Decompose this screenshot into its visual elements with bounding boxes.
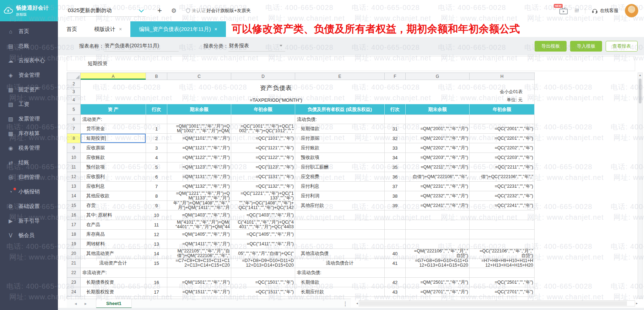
close-icon[interactable]: × <box>214 26 217 32</box>
cell-D17[interactable]: C("4101","","年","月")+QC("4 401","","年","… <box>231 220 295 230</box>
add-account-button[interactable]: + <box>155 6 164 15</box>
sheet-title[interactable]: 资产负债表 <box>167 80 385 96</box>
cell-D15[interactable]: "","年")+QC("1408","","年")+ QC("1411","",… <box>231 201 295 210</box>
cell-D21[interactable]: =D7+D8+D9+D10+D11+D 12+D13+D14+D15+D20 <box>231 258 295 268</box>
cell-E18[interactable] <box>295 230 385 239</box>
horizontal-scroll-thumb[interactable] <box>359 301 627 306</box>
cell-C21[interactable]: =C7+C8+C9+C10+C11+C1 2+C13+C14+C15+C20 <box>167 258 231 268</box>
cell-E12[interactable]: 应交税费 <box>295 172 385 182</box>
cell-G10[interactable]: =QM("2203","","年","月") <box>406 153 470 162</box>
row-header-18[interactable]: 18 <box>67 230 81 239</box>
cell-H8[interactable]: =QC("2201","","年") <box>470 134 535 143</box>
cell-G6[interactable] <box>406 115 470 124</box>
cell-B16[interactable]: 10 <box>146 210 167 220</box>
cell-G21[interactable]: =G7+G8+G9+G10+G11+G 12+G13+G14+G15+G20 <box>406 258 470 268</box>
cell-C24[interactable]: =QM("1511","","年","月") <box>167 287 231 297</box>
cell-D22[interactable] <box>231 268 295 278</box>
cell-C6[interactable] <box>167 115 231 124</box>
cell-F10[interactable]: 34 <box>385 153 406 162</box>
cell-G19[interactable] <box>406 239 470 249</box>
cell-A23[interactable]: 长期债券投资 <box>81 278 146 287</box>
sidebar-item-云报表中心[interactable]: ☁云报表中心 <box>0 53 58 68</box>
cell-E13[interactable]: 应付利息 <box>295 182 385 191</box>
sheet-tab[interactable]: Sheet1 <box>96 299 132 308</box>
sidebar-item-固定资产[interactable]: ▦固定资产 <box>0 82 58 97</box>
scroll-up-icon[interactable]: ▲ <box>638 73 642 78</box>
period-formula[interactable]: =TAXPERIOD("MONTH") <box>167 96 385 104</box>
sidebar-item-小畅报销[interactable]: ◔小畅报销 <box>0 185 58 199</box>
cell-F19[interactable] <box>385 239 406 249</box>
cell-H16[interactable] <box>470 210 535 220</box>
account-selector[interactable]: 0325更新勿删勿动 <box>68 5 146 17</box>
table-header-E5[interactable]: 负债及所有者权益 (或股东权益) <box>295 104 385 115</box>
cell-E9[interactable]: 应付账款 <box>295 143 385 153</box>
cell-A6[interactable]: 流动资产: <box>81 115 146 124</box>
cell-G7[interactable]: =QM("2001","","年","月") <box>406 124 470 134</box>
cell-B8[interactable]: 2 <box>146 134 167 143</box>
cell-F13[interactable]: 37 <box>385 182 406 191</box>
vertical-scrollbar[interactable]: ▲ <box>638 73 643 299</box>
announcement-icon[interactable]: ☰! <box>574 8 579 13</box>
cell-C11[interactable]: =QM("1123","","年","月") <box>167 162 231 172</box>
cell-C15[interactable]: 年","月")+QM("1408","","年"," 月")+QM("1411"… <box>167 201 231 210</box>
cell-H13[interactable]: =QC("2231","","年") <box>470 182 535 191</box>
online-service-button[interactable]: 在线客服 <box>592 7 618 14</box>
cell-B15[interactable]: 9 <box>146 201 167 210</box>
row-header-4[interactable]: 4 <box>67 96 81 104</box>
cell-C17[interactable]: M("4101","","年","月")+QM( "4401","","年","… <box>167 220 231 230</box>
scroll-left-icon[interactable]: ◂ <box>356 301 358 305</box>
cell-G22[interactable] <box>406 268 470 278</box>
cell-C9[interactable]: =QM("1121","","年","月") <box>167 143 231 153</box>
cell-C22[interactable] <box>167 268 231 278</box>
cell-A18[interactable]: 库存商品 <box>81 230 146 239</box>
cell-C14[interactable]: =QM("1221","","年","月")+Q M("1133","","年"… <box>167 191 231 201</box>
cell-E6[interactable]: 流动负债: <box>295 115 385 124</box>
cell-D6[interactable] <box>231 115 295 124</box>
cell-E22[interactable]: 非流动负债: <box>295 268 385 278</box>
cell-A21[interactable]: 流动资产合计 <box>81 258 146 268</box>
cell-G9[interactable]: =QM("2202","","年","月") <box>406 143 470 153</box>
cell-F23[interactable]: 42 <box>385 278 406 287</box>
table-header-F5[interactable]: 行次 <box>385 104 406 115</box>
cell-F15[interactable]: 39 <box>385 201 406 210</box>
cell-F18[interactable] <box>385 230 406 239</box>
cell-B19[interactable]: 13 <box>146 239 167 249</box>
app-logo[interactable]: 畅捷通好会计 旗舰版 <box>0 0 58 21</box>
export-template-button[interactable]: 导出模板 <box>535 41 567 52</box>
row-header-21[interactable]: 21 <box>67 258 81 268</box>
sidebar-item-税务管理[interactable]: ◉税务管理 <box>0 141 58 155</box>
cell-A17[interactable]: 在产品 <box>81 220 146 230</box>
cell-C12[interactable]: =QM("1131","","年","月") <box>167 172 231 182</box>
row-header-23[interactable]: 23 <box>67 278 81 287</box>
sidebar-item-库存核算[interactable]: ▩库存核算 <box>0 126 58 141</box>
cell-G14[interactable]: =QM("2232","","年","月") <box>406 191 470 201</box>
cell-A11[interactable]: 预付款项 <box>81 162 146 172</box>
cell-C23[interactable]: =QM("1501","","年","月") <box>167 278 231 287</box>
cell-F24[interactable]: 43 <box>385 287 406 297</box>
cell-B20[interactable]: 14 <box>146 249 167 258</box>
cell-G15[interactable]: =QM("2241","","年","月") <box>406 201 470 210</box>
scroll-right-icon[interactable]: ▸ <box>636 301 638 305</box>
cell-B13[interactable]: 7 <box>146 182 167 191</box>
cell-F8[interactable]: 32 <box>385 134 406 143</box>
row-header-3[interactable]: 3 <box>67 88 81 96</box>
cell-H23[interactable]: =QC("2501","","年") <box>470 278 535 287</box>
sheet-menu-icon[interactable]: ⋮ <box>342 300 348 307</box>
row-header-6[interactable]: 6 <box>67 115 81 124</box>
gear-icon[interactable]: ⚙ <box>171 7 177 15</box>
sidebar-item-归档管理[interactable]: ⊟归档管理 <box>0 170 58 185</box>
cell-H11[interactable]: =QC("2211","","年") <box>470 162 535 172</box>
cell-G24[interactable]: =QM("2701","","年","月") <box>406 287 470 297</box>
cell-G20[interactable]: =QM("222106","","年","月"," 自贷") <box>406 249 470 258</box>
cell-E8[interactable]: 应付票据 <box>295 134 385 143</box>
cell-H15[interactable]: =QC("2241","","年") <box>470 201 535 210</box>
cell-F7[interactable]: 31 <box>385 124 406 134</box>
cell-H6[interactable] <box>470 115 535 124</box>
unit-label[interactable]: 单位: 元 <box>470 96 535 104</box>
horizontal-scroll-track[interactable] <box>359 300 635 306</box>
cell-E24[interactable]: 长期应付款 <box>295 287 385 297</box>
import-template-button[interactable]: 导入模板 <box>570 41 602 52</box>
cell-C20[interactable]: M("222105","","年","月","自 借")+QM("222106"… <box>167 249 231 258</box>
row-header-10[interactable]: 10 <box>67 153 81 162</box>
cell-A12[interactable]: 应收股利 <box>81 172 146 182</box>
